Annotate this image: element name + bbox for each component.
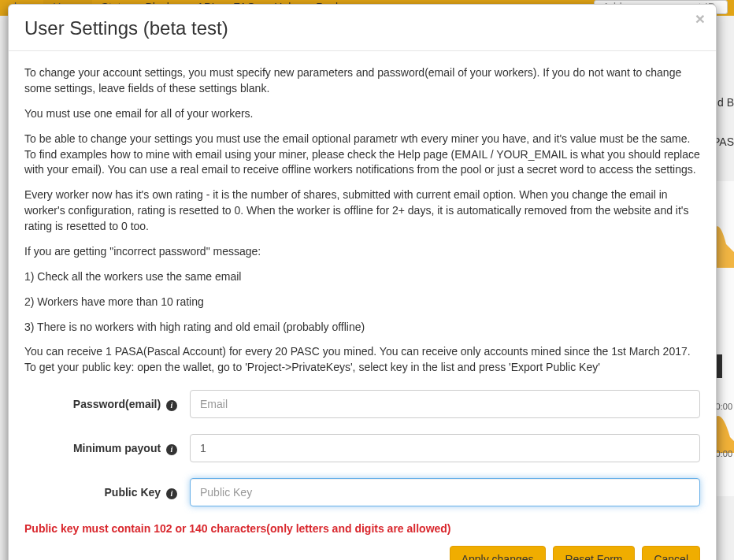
intro-text-8: 3) There is no workers with high rating …: [24, 320, 700, 336]
intro-text-9: You can receive 1 PASA(Pascal Account) f…: [24, 344, 700, 376]
password-input[interactable]: [190, 390, 700, 418]
settings-form: Password(email) i Minimum payout i Publi…: [24, 390, 700, 560]
cancel-button[interactable]: Cancel: [642, 546, 700, 560]
error-message: Public key must contain 102 or 140 chara…: [24, 522, 700, 535]
modal-footer: Apply changes Reset Form Cancel: [24, 546, 700, 560]
user-settings-modal: User Settings (beta test) × To change yo…: [8, 4, 717, 560]
password-label: Password(email) i: [24, 398, 190, 411]
intro-text-7: 2) Workers have more than 10 rating: [24, 295, 700, 310]
pubkey-input[interactable]: [190, 478, 700, 506]
intro-text-6: 1) Check all the workers use the same em…: [24, 269, 700, 285]
apply-button[interactable]: Apply changes: [450, 546, 546, 560]
info-icon[interactable]: i: [166, 488, 177, 499]
modal-header: User Settings (beta test) ×: [9, 5, 716, 51]
modal-body: To change your account settings, you mus…: [9, 51, 716, 560]
reset-button[interactable]: Reset Form: [553, 546, 634, 560]
intro-text-1: To change your account settings, you mus…: [24, 65, 700, 97]
intro-text-3: To be able to change your settings you m…: [24, 132, 700, 179]
intro-text-2: You must use one email for all of your w…: [24, 106, 700, 122]
pubkey-label: Public Key i: [24, 486, 190, 499]
close-icon[interactable]: ×: [695, 10, 705, 27]
intro-text-4: Every worker now has it's own rating - i…: [24, 187, 700, 235]
payout-input[interactable]: [190, 434, 700, 462]
info-icon[interactable]: i: [166, 400, 177, 411]
payout-label: Minimum payout i: [24, 442, 190, 455]
intro-text-5: If you are getting "incorrect password" …: [24, 244, 700, 260]
info-icon[interactable]: i: [166, 444, 177, 455]
modal-title: User Settings (beta test): [24, 17, 228, 39]
